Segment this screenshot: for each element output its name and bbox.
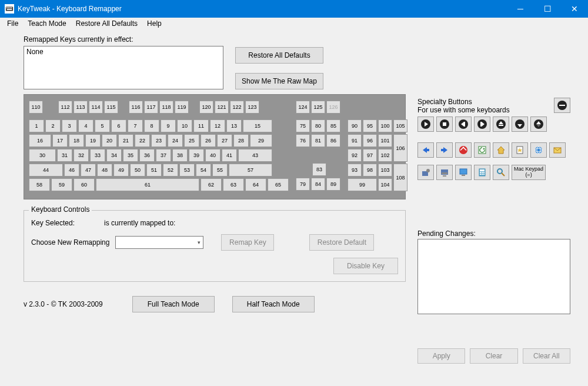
spec-calculator-button[interactable] — [474, 165, 490, 180]
key-55[interactable]: 55 — [212, 164, 228, 177]
key-112[interactable]: 112 — [58, 101, 72, 114]
key-62[interactable]: 62 — [201, 178, 222, 191]
key-104[interactable]: 104 — [378, 178, 392, 191]
key-10[interactable]: 10 — [177, 119, 192, 132]
key-26[interactable]: 26 — [201, 134, 216, 147]
spec-media-button[interactable] — [417, 165, 434, 180]
key-49[interactable]: 49 — [113, 164, 129, 177]
key-12[interactable]: 12 — [210, 119, 225, 132]
spec-back-button[interactable] — [417, 142, 434, 158]
key-105[interactable]: 105 — [393, 119, 407, 132]
key-6[interactable]: 6 — [111, 119, 126, 132]
spec-stop-button[interactable] — [436, 117, 453, 132]
key-35[interactable]: 35 — [123, 149, 138, 162]
key-5[interactable]: 5 — [95, 119, 110, 132]
spec-eject-button[interactable] — [493, 117, 509, 132]
key-91[interactable]: 91 — [348, 134, 362, 147]
spec-refresh-button[interactable] — [474, 142, 490, 158]
spec-home-button[interactable] — [493, 142, 509, 158]
key-29[interactable]: 29 — [250, 134, 272, 147]
key-126[interactable]: 126 — [326, 101, 340, 114]
key-65[interactable]: 65 — [268, 178, 289, 191]
key-30[interactable]: 30 — [29, 149, 56, 162]
key-13[interactable]: 13 — [226, 119, 242, 132]
key-79[interactable]: 79 — [296, 178, 310, 191]
key-9[interactable]: 9 — [161, 119, 176, 132]
key-17[interactable]: 17 — [52, 134, 68, 147]
key-113[interactable]: 113 — [74, 101, 88, 114]
key-31[interactable]: 31 — [57, 149, 72, 162]
key-121[interactable]: 121 — [215, 101, 229, 114]
key-98[interactable]: 98 — [363, 164, 377, 177]
key-76[interactable]: 76 — [296, 134, 310, 147]
key-23[interactable]: 23 — [151, 134, 166, 147]
key-81[interactable]: 81 — [311, 134, 325, 147]
key-59[interactable]: 59 — [51, 178, 72, 191]
key-63[interactable]: 63 — [223, 178, 244, 191]
key-99[interactable]: 99 — [348, 178, 377, 191]
key-53[interactable]: 53 — [179, 164, 195, 177]
key-52[interactable]: 52 — [163, 164, 178, 177]
key-75[interactable]: 75 — [296, 119, 310, 132]
key-124[interactable]: 124 — [296, 101, 310, 114]
spec-search-button[interactable] — [493, 165, 509, 180]
key-51[interactable]: 51 — [146, 164, 162, 177]
key-86[interactable]: 86 — [326, 134, 340, 147]
key-125[interactable]: 125 — [311, 101, 325, 114]
key-numplus[interactable]: 106 — [393, 134, 407, 162]
key-8[interactable]: 8 — [144, 119, 159, 132]
spec-next-button[interactable] — [474, 117, 490, 132]
key-54[interactable]: 54 — [196, 164, 211, 177]
key-123[interactable]: 123 — [245, 101, 259, 114]
key-27[interactable]: 27 — [217, 134, 232, 147]
key-117[interactable]: 117 — [144, 101, 158, 114]
spec-computer-button[interactable] — [455, 165, 472, 180]
spec-mail-button[interactable] — [549, 142, 566, 158]
spec-favorites-button[interactable] — [512, 142, 528, 158]
pending-changes-textbox[interactable] — [417, 239, 570, 314]
key-92[interactable]: 92 — [348, 149, 362, 162]
key-85[interactable]: 85 — [326, 119, 340, 132]
key-64[interactable]: 64 — [245, 178, 266, 191]
key-116[interactable]: 116 — [129, 101, 143, 114]
key-28[interactable]: 28 — [233, 134, 249, 147]
disable-key-button[interactable]: Disable Key — [333, 258, 398, 274]
key-37[interactable]: 37 — [156, 149, 171, 162]
key-2[interactable]: 2 — [45, 119, 61, 132]
spec-volup-button[interactable] — [530, 117, 547, 132]
key-48[interactable]: 48 — [97, 164, 112, 177]
key-47[interactable]: 47 — [81, 164, 96, 177]
remapping-combobox[interactable]: ▾ — [115, 236, 203, 249]
show-raw-map-button[interactable]: Show Me The Raw Map — [235, 73, 323, 89]
full-teach-mode-button[interactable]: Full Teach Mode — [132, 296, 215, 312]
key-95[interactable]: 95 — [363, 119, 377, 132]
key-103[interactable]: 103 — [378, 164, 392, 177]
key-20[interactable]: 20 — [102, 134, 117, 147]
key-46[interactable]: 46 — [64, 164, 79, 177]
key-97[interactable]: 97 — [363, 149, 377, 162]
key-11[interactable]: 11 — [193, 119, 209, 132]
key-101[interactable]: 101 — [378, 134, 392, 147]
key-24[interactable]: 24 — [168, 134, 183, 147]
key-96[interactable]: 96 — [363, 134, 377, 147]
spec-forward-button[interactable] — [436, 142, 453, 158]
spec-mac-keypad-button[interactable]: Mac Keypad (=) — [512, 165, 546, 180]
key-119[interactable]: 119 — [175, 101, 189, 114]
key-89[interactable]: 89 — [326, 178, 340, 191]
key-114[interactable]: 114 — [89, 101, 103, 114]
spec-stop-browser-button[interactable] — [455, 142, 472, 158]
key-39[interactable]: 39 — [189, 149, 204, 162]
key-32[interactable]: 32 — [74, 149, 89, 162]
key-50[interactable]: 50 — [130, 164, 145, 177]
key-36[interactable]: 36 — [139, 149, 155, 162]
key-21[interactable]: 21 — [118, 134, 133, 147]
menu-teach-mode[interactable]: Teach Mode — [23, 18, 71, 29]
restore-default-button[interactable]: Restore Default — [309, 234, 374, 251]
close-button[interactable]: ✕ — [561, 0, 588, 18]
key-1[interactable]: 1 — [29, 119, 44, 132]
key-44[interactable]: 44 — [29, 164, 63, 177]
restore-all-defaults-button[interactable]: Restore All Defaults — [235, 47, 323, 64]
spec-prev-button[interactable] — [455, 117, 472, 132]
key-115[interactable]: 115 — [104, 101, 118, 114]
spec-web-button[interactable] — [530, 142, 547, 158]
